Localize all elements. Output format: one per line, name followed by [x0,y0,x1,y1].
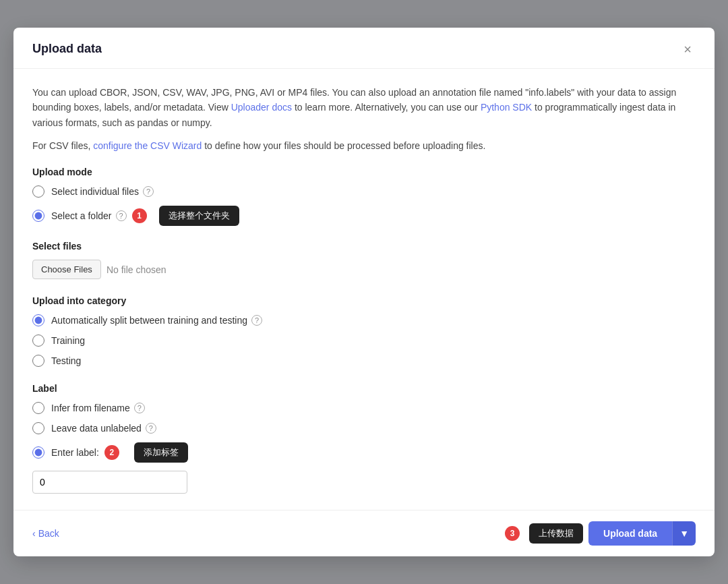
infer-label: Infer from filename [51,403,130,413]
upload-mode-group: Select individual files ? Select a folde… [32,185,696,226]
radio-training[interactable]: Training [32,334,696,347]
unlabeled-help-icon[interactable]: ? [146,423,156,434]
choose-files-button[interactable]: Choose Files [32,260,101,279]
radio-testing-input[interactable] [32,355,44,367]
add-label-tooltip: 添加标签 [134,442,188,463]
upload-btn-wrapper: Upload data ▼ [588,521,696,546]
upload-modal: Upload data × You can upload CBOR, JSON,… [13,28,715,557]
radio-unlabeled-input[interactable] [32,422,44,434]
modal-overlay: Upload data × You can upload CBOR, JSON,… [0,0,728,584]
upload-tooltip: 上传数据 [529,523,583,544]
upload-arrow-button[interactable]: ▼ [672,521,696,546]
radio-training-input[interactable] [32,334,44,347]
radio-leave-unlabeled[interactable]: Leave data unlabeled ? [32,422,696,434]
description-line2: For CSV files, configure the CSV Wizard … [32,138,696,153]
back-label: Back [38,528,59,539]
radio-enter-input[interactable] [32,446,44,459]
select-files-label: Select files [32,241,696,252]
csv-wizard-link[interactable]: configure the CSV Wizard [93,140,202,151]
radio-individual-input[interactable] [32,185,44,198]
back-button[interactable]: ‹ Back [32,528,59,539]
description-line1: You can upload CBOR, JSON, CSV, WAV, JPG… [32,85,696,130]
close-button[interactable]: × [679,41,696,57]
category-radio-group: Automatically split between training and… [32,314,696,367]
no-file-text: No file chosen [107,264,166,275]
auto-split-help-icon[interactable]: ? [251,315,262,326]
folder-tooltip-wrapper: 1 选择整个文件夹 [132,206,239,226]
leave-unlabeled-label: Leave data unlabeled [51,423,142,434]
step1-badge: 1 [132,208,147,223]
step2-badge: 2 [104,445,119,460]
modal-footer: ‹ Back 3 上传数据 Upload data ▼ [13,510,715,556]
select-folder-label: Select a folder [51,210,112,221]
uploader-docs-link[interactable]: Uploader docs [231,102,292,113]
auto-split-label: Automatically split between training and… [51,315,247,326]
radio-auto-split[interactable]: Automatically split between training and… [32,314,696,326]
step3-badge: 3 [505,526,520,541]
radio-select-folder[interactable]: Select a folder ? [32,210,127,222]
radio-individual-files[interactable]: Select individual files ? [32,185,696,198]
radio-infer-input[interactable] [32,402,44,414]
enter-label-row: Enter label: 2 添加标签 [32,442,696,463]
upload-button[interactable]: Upload data [588,521,672,546]
upload-btn-group: 3 上传数据 Upload data ▼ [505,521,696,546]
back-chevron: ‹ [32,528,36,539]
radio-infer-filename[interactable]: Infer from filename ? [32,402,696,414]
testing-label: Testing [51,355,81,366]
modal-title: Upload data [32,42,102,56]
file-input-row: Choose Files No file chosen [32,260,696,279]
label-radio-group: Infer from filename ? Leave data unlabel… [32,402,696,463]
radio-enter-label[interactable]: Enter label: [32,446,99,459]
modal-body: You can upload CBOR, JSON, CSV, WAV, JPG… [13,69,715,510]
label-section-label: Label [32,383,696,394]
upload-mode-label: Upload mode [32,167,696,177]
radio-auto-split-input[interactable] [32,314,44,326]
python-sdk-link[interactable]: Python SDK [481,102,532,113]
enter-label-text: Enter label: [51,447,99,458]
radio-folder-input[interactable] [32,210,44,222]
individual-files-help-icon[interactable]: ? [143,186,154,197]
individual-files-label: Select individual files [51,186,139,197]
upload-into-category-label: Upload into category [32,295,696,306]
folder-help-icon[interactable]: ? [116,210,127,221]
infer-help-icon[interactable]: ? [134,403,145,413]
training-label: Training [51,335,85,346]
modal-header: Upload data × [13,28,715,69]
radio-testing[interactable]: Testing [32,355,696,367]
label-input[interactable] [32,471,187,494]
folder-tooltip: 选择整个文件夹 [159,206,239,226]
